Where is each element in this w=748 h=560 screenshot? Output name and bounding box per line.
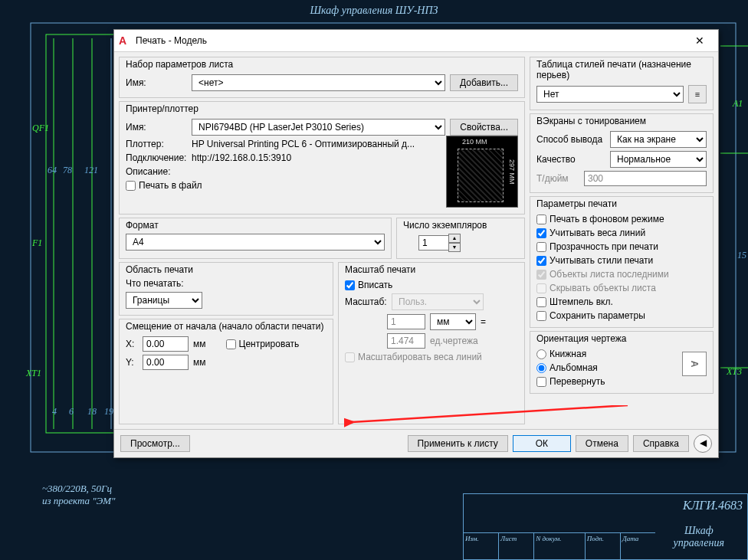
cad-titleblock-name: Шкаф управления [674, 525, 724, 549]
cad-label-b6: 6 [69, 406, 74, 418]
format-group: Формат A4 [119, 218, 392, 259]
cad-titleblock-code: КЛГИ.4683 [683, 499, 743, 513]
viewport-group: ВЭкраны с тонированием Способ выводаКак … [530, 113, 714, 193]
scale-group: Масштаб печати Вписать Масштаб: Польз. м… [338, 262, 525, 424]
connection-label: Подключение: [126, 152, 187, 163]
opt-paperspace-label: Объекты листа последними [550, 269, 669, 280]
format-legend: Формат [126, 220, 385, 231]
tb-col-1: Лист [499, 533, 534, 559]
opt-transp-checkbox[interactable]: Прозрачность при печати [536, 241, 707, 252]
printer-props-button[interactable]: Свойства... [450, 119, 518, 136]
preview-height: 297 MM [508, 159, 516, 185]
offset-x-input[interactable] [143, 336, 189, 352]
description-label: Описание: [126, 166, 187, 177]
copies-input[interactable] [418, 235, 449, 251]
tb-col-2: N докум. [534, 533, 586, 559]
viewport-dpi-label: Т/дюйм [536, 173, 579, 184]
printer-name-label: Имя: [126, 122, 187, 133]
dialog-footer: Просмотр... Применить к листу ОК Отмена … [114, 429, 718, 457]
scale-fit-checkbox[interactable]: Вписать [345, 280, 518, 290]
cad-label-xt3: XT3 [727, 366, 742, 378]
opt-stamp-checkbox[interactable]: Штемпель вкл. [536, 296, 707, 307]
app-icon: A [119, 34, 131, 47]
pageset-name-select[interactable]: <нет> [192, 74, 445, 91]
ok-button[interactable]: ОК [513, 435, 571, 452]
tb-col-4: Дата [621, 533, 655, 559]
opt-styles-label: Учитывать стили печати [550, 255, 653, 266]
styletable-select[interactable]: Нет [536, 86, 684, 103]
cad-notes: ~380/220В, 50Гц из проекта "ЭМ" [42, 483, 116, 507]
opt-transp-label: Прозрачность при печати [550, 241, 658, 252]
printer-legend: Принтер/плоттер [126, 103, 518, 114]
opt-save-label: Сохранить параметры [550, 310, 645, 321]
offset-center-label: Центрировать [239, 339, 300, 349]
offset-group: Смещение от начала (начало области печат… [119, 319, 333, 424]
print-to-file-label: Печать в файл [139, 180, 202, 191]
printer-group: Принтер/плоттер Имя: NPI6794BD (HP Laser… [119, 101, 525, 215]
copies-legend: Число экземпляров [403, 220, 518, 231]
area-legend: Область печати [126, 264, 326, 275]
opt-styles-checkbox[interactable]: Учитывать стили печати [536, 255, 707, 266]
opt-lw-label: Учитывать веса линий [550, 228, 645, 238]
scale-num2 [387, 333, 425, 349]
copies-spinner[interactable]: ▲▼ [418, 234, 461, 252]
viewport-legend: ВЭкраны с тонированием [536, 116, 707, 126]
scale-unit2: ед.чертежа [430, 336, 478, 346]
expand-button[interactable]: ◀ [694, 434, 712, 453]
format-select[interactable]: A4 [126, 234, 385, 251]
pageset-add-button[interactable]: Добавить... [450, 74, 518, 91]
offset-x-unit: мм [193, 339, 206, 349]
orientation-group: Ориентация чертежа Книжная Альбомная Пер… [530, 331, 714, 394]
orientation-portrait-radio[interactable]: Книжная [536, 349, 707, 359]
printer-name-select[interactable]: NPI6794BD (HP LaserJet P3010 Series) [192, 119, 445, 136]
offset-center-checkbox[interactable]: Центрировать [226, 339, 300, 349]
viewport-mode-select[interactable]: Как на экране [610, 131, 707, 148]
opt-hide-label: Скрывать объекты листа [550, 283, 656, 293]
opt-bg-checkbox[interactable]: Печать в фоновом режиме [536, 214, 707, 224]
pageset-name-label: Имя: [126, 77, 187, 88]
orientation-flip-checkbox[interactable]: Перевернуть [536, 376, 707, 387]
cad-label-b19: 19 [104, 406, 113, 418]
scale-fit-label: Вписать [358, 280, 392, 290]
scale-num1 [387, 314, 425, 329]
orientation-landscape-label: Альбомная [550, 362, 598, 373]
cad-label-a1: A1 [733, 98, 743, 110]
print-to-file-checkbox[interactable]: Печать в файл [126, 180, 440, 191]
viewport-quality-select[interactable]: Нормальное [610, 151, 707, 168]
dialog-title: Печать - Модель [136, 35, 686, 46]
scale-unit1-select[interactable]: мм [430, 313, 476, 330]
preview-width: 210 MM [462, 138, 487, 146]
help-button[interactable]: Справка [633, 435, 689, 452]
offset-x-label: X: [126, 339, 138, 349]
area-what-select[interactable]: Границы [126, 292, 202, 309]
styletable-edit-button[interactable]: ≡ [688, 85, 707, 103]
scale-lineweights-label: Масштабировать веса линий [358, 352, 482, 362]
orientation-landscape-radio[interactable]: Альбомная [536, 362, 707, 373]
connection-value: http://192.168.0.15:3910 [192, 152, 291, 163]
scale-select: Польз. [392, 293, 484, 310]
offset-y-input[interactable] [143, 355, 189, 370]
copies-up[interactable]: ▲ [448, 234, 461, 243]
cad-label-121: 121 [84, 165, 98, 176]
orientation-icon: A [682, 352, 707, 376]
apply-button[interactable]: Применить к листу [408, 435, 508, 452]
copies-down[interactable]: ▼ [448, 243, 461, 252]
cad-label-f1: F1 [32, 237, 42, 249]
cad-label-b4: 4 [52, 406, 57, 418]
viewport-dpi-input [584, 171, 707, 186]
scale-eq: = [481, 316, 486, 327]
preview-button[interactable]: Просмотр... [120, 435, 190, 452]
styletable-legend: Таблица стилей печати (назначение перьев… [536, 59, 707, 80]
tb-col-3: Подп. [586, 533, 621, 559]
opt-lw-checkbox[interactable]: Учитывать веса линий [536, 228, 707, 238]
copies-group: Число экземпляров ▲▼ [396, 218, 525, 259]
offset-y-unit: мм [193, 357, 206, 368]
cancel-button[interactable]: Отмена [576, 435, 628, 452]
pageset-legend: Набор параметров листа [126, 59, 518, 70]
svg-rect-1 [46, 34, 115, 433]
opt-save-checkbox[interactable]: Сохранить параметры [536, 310, 707, 321]
dialog-titlebar: A Печать - Модель ✕ [114, 30, 718, 52]
area-what-label: Что печатать: [126, 278, 326, 289]
close-button[interactable]: ✕ [686, 32, 714, 49]
pageset-group: Набор параметров листа Имя: <нет> Добави… [119, 57, 525, 98]
